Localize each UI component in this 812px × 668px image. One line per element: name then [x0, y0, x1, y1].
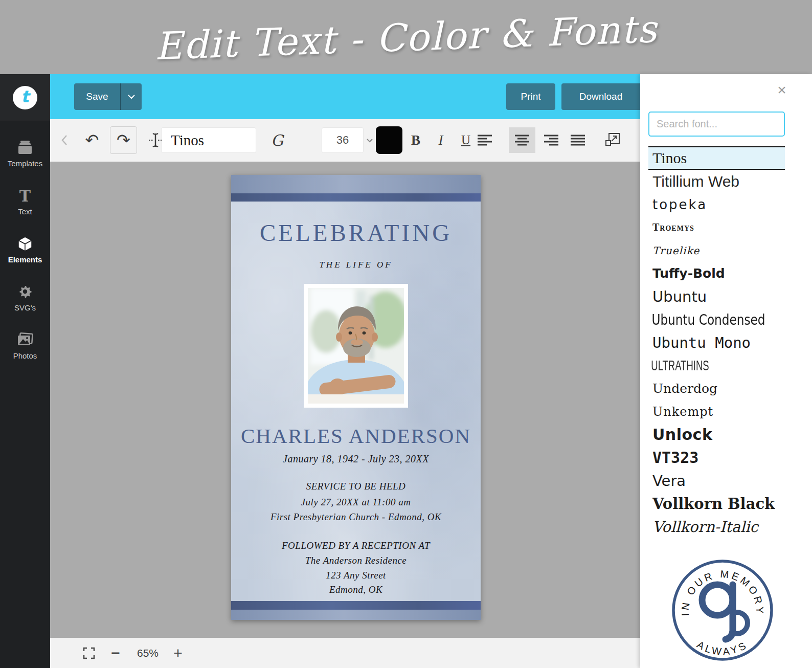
chevron-left-icon — [61, 135, 68, 146]
close-panel-button[interactable]: × — [774, 82, 790, 98]
sidebar-item-label: Photos — [13, 351, 37, 360]
font-size-dropdown-button[interactable] — [363, 128, 376, 152]
font-list-item[interactable]: Unkempt — [648, 400, 785, 423]
align-right-button[interactable] — [540, 127, 562, 153]
font-list-item[interactable]: Vera — [648, 469, 785, 492]
font-list-item[interactable]: Underdog — [648, 377, 785, 400]
print-button[interactable]: Print — [506, 83, 555, 110]
font-list-item[interactable]: Unlock — [648, 423, 785, 446]
main-toolbar: Save Print Download — [50, 74, 640, 119]
download-button[interactable]: Download — [561, 83, 640, 110]
banner-title: Edit Text - Color & Fonts — [154, 6, 659, 68]
cube-icon — [0, 236, 50, 253]
collapse-left-button[interactable] — [55, 128, 74, 152]
card-reception-city[interactable]: Edmond, OK — [231, 584, 481, 595]
align-center-button[interactable] — [509, 127, 535, 153]
top-banner: Edit Text - Color & Fonts — [0, 0, 812, 74]
font-family-input[interactable]: Tinos — [162, 128, 256, 152]
font-list-item[interactable]: VT323 — [648, 446, 785, 469]
italic-button[interactable]: I — [430, 129, 452, 151]
font-list-item[interactable]: Ubuntu Mono — [648, 331, 785, 354]
redo-icon: ↷ — [117, 130, 130, 150]
font-list-item[interactable]: Vollkorn Black — [648, 492, 785, 515]
gear-icon — [0, 284, 50, 301]
font-list-item[interactable]: Truelike — [648, 239, 785, 262]
card-service-place[interactable]: First Presbyterian Church - Edmond, OK — [231, 511, 481, 523]
font-style-glyph-icon: G — [267, 128, 287, 152]
sidebar-item-templates[interactable]: Templates — [0, 140, 50, 168]
undo-icon: ↶ — [85, 130, 99, 150]
resize-button[interactable] — [601, 129, 624, 151]
font-list-item[interactable]: Troemys — [648, 216, 785, 239]
font-search-input[interactable] — [648, 112, 785, 137]
logo-letter: t — [21, 88, 29, 105]
font-list-item[interactable]: Tuffy-Bold — [648, 262, 785, 285]
card-dates-text[interactable]: January 18, 1942 - July 23, 20XX — [231, 453, 481, 465]
zoom-out-button[interactable]: − — [106, 638, 125, 668]
undo-button[interactable]: ↶ — [80, 128, 104, 152]
zoom-bar: − 65% + — [50, 638, 640, 668]
memorial-card[interactable]: CELEBRATING THE LIFE OF — [231, 175, 481, 620]
align-left-button[interactable] — [473, 127, 496, 153]
bold-button[interactable]: B — [404, 129, 427, 151]
portrait-photo[interactable] — [304, 284, 408, 408]
font-list-item[interactable]: topeka — [648, 193, 785, 216]
card-heading-text[interactable]: CELEBRATING — [231, 219, 481, 247]
card-bottom-band — [231, 610, 481, 620]
text-color-swatch[interactable] — [376, 126, 402, 154]
font-list-item[interactable]: Vollkorn-Italic — [648, 515, 785, 538]
sidebar: t Templates T Text — [0, 74, 50, 668]
sidebar-item-svgs[interactable]: SVG's — [0, 284, 50, 312]
text-cursor-icon — [148, 131, 163, 149]
card-service-title[interactable]: SERVICE TO BE HELD — [231, 481, 481, 492]
font-list-item[interactable]: ULTRATHINS — [648, 354, 738, 377]
photos-icon — [0, 332, 50, 349]
align-justify-button[interactable] — [567, 127, 589, 153]
card-top-stripe — [231, 193, 481, 202]
redo-button[interactable]: ↷ — [110, 126, 137, 154]
resize-icon — [604, 132, 621, 148]
chevron-down-icon — [127, 94, 136, 99]
sidebar-item-photos[interactable]: Photos — [0, 332, 50, 360]
font-list-item[interactable]: Titillium Web — [648, 170, 785, 193]
sidebar-item-elements[interactable]: Elements — [0, 236, 50, 264]
app-window: Edit Text - Color & Fonts t Templates T … — [0, 0, 812, 668]
font-panel: × Tinos Titillium Web topeka Troemys Tru… — [640, 74, 812, 668]
card-reception-street[interactable]: 123 Any Street — [231, 570, 481, 581]
app-logo[interactable]: t — [0, 74, 50, 121]
memory-badge-logo: IN OUR MEMORY ALWAYS — [670, 558, 775, 662]
sidebar-item-label: Elements — [8, 255, 42, 264]
card-name-text[interactable]: CHARLES ANDERSON — [231, 424, 481, 448]
save-button-group: Save — [74, 83, 142, 110]
chevron-down-icon — [366, 138, 373, 143]
font-list: Tinos Titillium Web topeka Troemys Truel… — [648, 146, 785, 538]
card-reception-place[interactable]: The Anderson Residence — [231, 555, 481, 566]
align-justify-icon — [571, 135, 585, 146]
align-left-icon — [478, 135, 492, 146]
card-service-time[interactable]: July 27, 20XX at 11:00 am — [231, 497, 481, 508]
card-reception-title[interactable]: FOLLOWED BY A RECEPTION AT — [231, 540, 481, 551]
sidebar-item-label: Text — [18, 207, 32, 216]
save-dropdown-button[interactable] — [121, 94, 142, 99]
align-center-icon — [515, 135, 529, 146]
card-subheading-text[interactable]: THE LIFE OF — [231, 260, 481, 270]
close-icon: × — [777, 81, 786, 99]
save-button[interactable]: Save — [74, 91, 120, 102]
zoom-level-label: 65% — [130, 638, 166, 668]
formatting-toolbar: ↶ ↷ Tinos G 36 B I U — [50, 119, 640, 162]
font-list-item[interactable]: Ubuntu — [648, 285, 785, 308]
card-bottom-stripe — [231, 601, 481, 610]
app-logo-icon: t — [13, 86, 37, 109]
text-icon: T — [0, 188, 50, 205]
font-list-item[interactable]: Ubuntu Condensed — [648, 308, 758, 331]
fullscreen-button[interactable] — [80, 638, 98, 668]
zoom-in-button[interactable]: + — [169, 638, 187, 668]
man-portrait-illustration — [308, 288, 404, 404]
card-top-band — [231, 175, 481, 193]
font-list-item-selected[interactable]: Tinos — [648, 146, 785, 170]
font-size-input[interactable]: 36 — [322, 128, 363, 152]
fullscreen-icon — [83, 647, 95, 659]
sidebar-item-text[interactable]: T Text — [0, 188, 50, 216]
design-canvas[interactable]: CELEBRATING THE LIFE OF — [50, 162, 640, 638]
templates-icon — [0, 140, 50, 157]
